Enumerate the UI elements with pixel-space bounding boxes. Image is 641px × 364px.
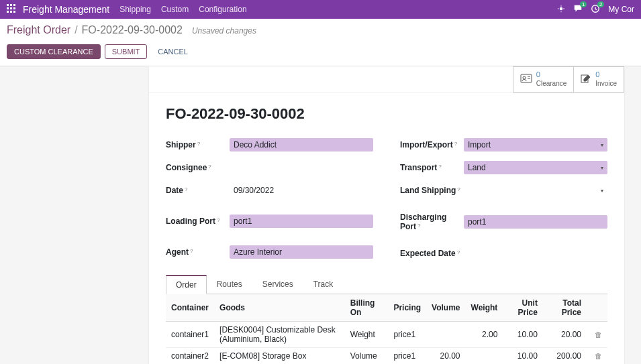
topbar: Freight Management Shipping Custom Confi… — [0, 0, 641, 19]
cell-container[interactable]: container2 — [166, 348, 214, 365]
brand-label[interactable]: Freight Management — [23, 4, 109, 15]
cell-pricing[interactable]: price1 — [388, 348, 426, 365]
stat-invoice-count: 0 — [595, 71, 617, 78]
th-pricing: Pricing — [388, 294, 426, 322]
tab-bar: Order Routes Services Track — [166, 274, 607, 294]
cell-billing-on[interactable]: Volume — [345, 348, 389, 365]
import-export-select[interactable]: Import▾ — [464, 138, 607, 151]
svg-rect-0 — [7, 4, 9, 6]
cell-volume[interactable] — [426, 322, 465, 348]
cell-volume[interactable]: 20.00 — [426, 348, 465, 365]
cell-container[interactable]: container1 — [166, 322, 214, 348]
submit-button[interactable]: SUBMIT — [105, 44, 148, 59]
menu-custom[interactable]: Custom — [161, 5, 189, 14]
svg-rect-3 — [7, 7, 9, 9]
label-land-shipping: Land Shipping — [400, 186, 464, 195]
stat-invoice[interactable]: 0 Invoice — [573, 66, 624, 93]
import-export-value: Import — [468, 140, 491, 149]
activity-icon[interactable]: 2 — [591, 4, 600, 15]
cell-unit-price[interactable]: 10.00 — [503, 348, 543, 365]
th-goods: Goods — [214, 294, 345, 322]
transport-select[interactable]: Land▾ — [464, 161, 607, 174]
chat-badge: 1 — [580, 1, 587, 7]
order-table: Container Goods Billing On Pricing Volum… — [166, 294, 607, 364]
activity-badge: 2 — [597, 1, 604, 7]
menu-configuration[interactable]: Configuration — [199, 5, 246, 14]
trash-icon[interactable]: 🗑 — [592, 330, 602, 339]
custom-clearance-button[interactable]: CUSTOM CLEARANCE — [7, 44, 101, 59]
id-card-icon — [520, 74, 532, 86]
menu-shipping[interactable]: Shipping — [119, 5, 151, 14]
cell-goods[interactable]: [E-COM08] Storage Box — [214, 348, 345, 365]
stat-clearance-label: Clearance — [536, 80, 567, 87]
th-container: Container — [166, 294, 214, 322]
svg-rect-8 — [13, 11, 15, 13]
pencil-square-icon — [581, 74, 591, 86]
expected-date-field[interactable] — [464, 247, 472, 260]
table-row[interactable]: container1 [DESK0004] Customizable Desk … — [166, 322, 607, 348]
unsaved-status: Unsaved changes — [192, 26, 256, 36]
date-field[interactable]: 09/30/2022 — [230, 184, 278, 197]
chevron-down-icon: ▾ — [601, 142, 603, 148]
apps-icon[interactable] — [7, 4, 16, 15]
svg-rect-6 — [7, 11, 9, 13]
th-billing-on: Billing On — [345, 294, 389, 322]
chevron-down-icon: ▾ — [601, 165, 603, 171]
svg-rect-2 — [13, 4, 15, 6]
svg-rect-5 — [13, 7, 15, 9]
svg-rect-7 — [10, 11, 12, 13]
cell-pricing[interactable]: price1 — [388, 322, 426, 348]
svg-point-16 — [523, 76, 526, 79]
cell-weight[interactable] — [466, 348, 503, 365]
tab-track[interactable]: Track — [303, 275, 344, 294]
action-bar: CUSTOM CLEARANCE SUBMIT CANCEL — [0, 40, 641, 66]
svg-rect-1 — [10, 4, 12, 6]
transport-value: Land — [468, 163, 486, 172]
label-shipper: Shipper — [166, 140, 230, 149]
th-unit-price: Unit Price — [503, 294, 543, 322]
label-transport: Transport — [400, 163, 464, 172]
label-loading-port: Loading Port — [166, 217, 230, 226]
cell-weight[interactable]: 2.00 — [466, 322, 503, 348]
breadcrumb-current: FO-2022-09-30-0002 — [82, 24, 183, 36]
stat-clearance[interactable]: 0 Clearance — [513, 66, 574, 93]
trash-icon[interactable]: 🗑 — [592, 352, 602, 360]
breadcrumb-parent[interactable]: Freight Order — [7, 24, 70, 36]
cell-billing-on[interactable]: Weight — [345, 322, 389, 348]
label-consignee: Consignee — [166, 163, 230, 172]
breadcrumb: Freight Order / FO-2022-09-30-0002 Unsav… — [0, 19, 641, 40]
tab-services[interactable]: Services — [252, 275, 303, 294]
label-date: Date — [166, 186, 230, 195]
agent-field[interactable]: Azure Interior — [230, 245, 373, 259]
cell-goods[interactable]: [DESK0004] Customizable Desk (Aluminium,… — [214, 322, 345, 348]
debug-icon[interactable] — [557, 5, 565, 15]
th-weight: Weight — [466, 294, 503, 322]
stat-invoice-label: Invoice — [595, 80, 617, 87]
shipper-field[interactable]: Deco Addict — [230, 138, 373, 151]
field-grid: Shipper Deco Addict Consignee Date 09/30… — [166, 136, 607, 267]
consignee-field[interactable] — [230, 161, 238, 174]
cell-total-price[interactable]: 200.00 — [543, 348, 587, 365]
discharging-port-field[interactable]: port1 — [464, 215, 607, 229]
svg-rect-4 — [10, 7, 12, 9]
svg-point-9 — [560, 7, 563, 10]
company-label[interactable]: My Cor — [608, 5, 634, 14]
chat-icon[interactable]: 1 — [573, 4, 583, 15]
main-area: 0 Clearance 0 Invoice FO-2022-09-30-0002 — [0, 66, 641, 364]
table-row[interactable]: container2 [E-COM08] Storage Box Volume … — [166, 348, 607, 365]
page-title: FO-2022-09-30-0002 — [166, 105, 607, 123]
tab-routes[interactable]: Routes — [207, 275, 252, 294]
breadcrumb-sep: / — [75, 24, 77, 36]
cancel-button[interactable]: CANCEL — [151, 45, 195, 58]
chevron-down-icon: ▾ — [601, 188, 603, 194]
land-shipping-select[interactable]: ▾ — [464, 186, 607, 196]
label-discharging-port: Discharging Port — [400, 213, 464, 231]
form-sheet: 0 Clearance 0 Invoice FO-2022-09-30-0002 — [149, 66, 624, 364]
cell-unit-price[interactable]: 10.00 — [503, 322, 543, 348]
th-total-price: Total Price — [543, 294, 587, 322]
label-expected-date: Expected Date — [400, 249, 464, 258]
loading-port-field[interactable]: port1 — [230, 215, 373, 228]
cell-total-price[interactable]: 20.00 — [543, 322, 587, 348]
tab-order[interactable]: Order — [166, 275, 207, 294]
stat-clearance-count: 0 — [536, 71, 567, 78]
